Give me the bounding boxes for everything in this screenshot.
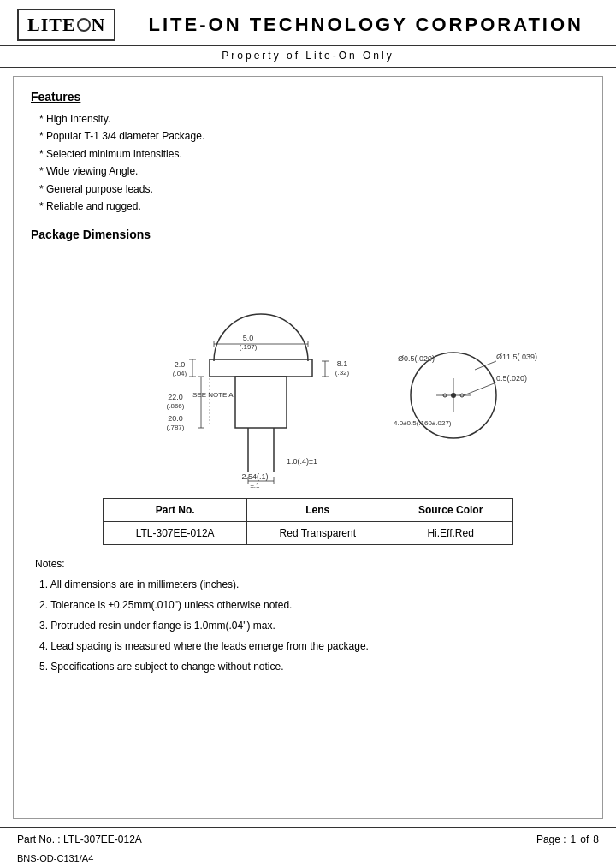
cell-lens: Red Transparent — [247, 522, 388, 545]
note-3: 3. Protruded resin under flange is 1.0mm… — [39, 615, 581, 636]
footer-partno: Part No. : LTL-307EE-012A — [17, 833, 142, 845]
header: LITEN LITE-ON TECHNOLOGY CORPORATION — [0, 0, 616, 46]
footer-bottom: BNS-OD-C131/A4 — [0, 851, 616, 866]
logo-text-left: LITE — [27, 14, 76, 36]
parts-table: Part No. Lens Source Color LTL-307EE-012… — [103, 498, 513, 545]
diagram-area: 5.0 (.197) 2.0 (.04) 8.1 (.32) SEE NOTE … — [31, 250, 585, 489]
svg-line-42 — [464, 383, 496, 395]
svg-text:2.54(.1): 2.54(.1) — [241, 472, 268, 481]
feature-item-2: * Popular T-1 3/4 diameter Package. — [39, 128, 585, 145]
features-title: Features — [31, 90, 585, 104]
feature-item-1: * High Intensity. — [39, 110, 585, 128]
col-header-partno: Part No. — [104, 499, 247, 522]
note-2: 2. Tolerance is ±0.25mm(.010") unless ot… — [39, 595, 581, 615]
package-dimensions-title: Package Dimensions — [31, 228, 585, 241]
note-1: 1. All dimensions are in millimeters (in… — [39, 574, 581, 595]
property-line: Property of Lite-On Only — [0, 46, 616, 68]
col-header-lens: Lens — [247, 499, 388, 522]
note-4: 4. Lead spacing is measured where the le… — [39, 636, 581, 656]
table-row: LTL-307EE-012A Red Transparent Hi.Eff.Re… — [104, 522, 513, 545]
doc-number: BNS-OD-C131/A4 — [17, 853, 93, 863]
footer: Part No. : LTL-307EE-012A Page : 1 of 8 — [0, 827, 616, 851]
feature-item-3: * Selected minimum intensities. — [39, 145, 585, 163]
notes-list: 1. All dimensions are in millimeters (in… — [35, 574, 581, 677]
total-pages: 8 — [593, 833, 599, 845]
svg-text:0.5(.020): 0.5(.020) — [496, 374, 527, 383]
logo-text-right: N — [92, 14, 106, 36]
cell-sourcecolor: Hi.Eff.Red — [388, 522, 513, 545]
svg-text:5.0: 5.0 — [243, 334, 254, 342]
company-title: LITE-ON TECHNOLOGY CORPORATION — [141, 14, 590, 36]
svg-text:4.0±0.5(.160±.027): 4.0±0.5(.160±.027) — [394, 419, 452, 427]
svg-text:(.197): (.197) — [240, 343, 258, 351]
svg-text:22.0: 22.0 — [168, 393, 183, 401]
page-number: 1 — [571, 833, 577, 845]
led-diagram: 5.0 (.197) 2.0 (.04) 8.1 (.32) SEE NOTE … — [31, 250, 585, 489]
cell-partno: LTL-307EE-012A — [104, 522, 247, 545]
logo: LITEN — [17, 9, 116, 41]
main-content: Features * High Intensity. * Popular T-1… — [13, 76, 603, 819]
page-label: Page : — [536, 833, 566, 845]
svg-text:8.1: 8.1 — [337, 359, 348, 368]
svg-line-40 — [475, 361, 496, 370]
svg-text:(.866): (.866) — [167, 402, 185, 410]
svg-text:20.0: 20.0 — [168, 414, 183, 423]
logo-circle — [77, 18, 91, 32]
svg-text:(.32): (.32) — [335, 369, 350, 377]
svg-text:2.0: 2.0 — [175, 360, 186, 369]
svg-text:1.0(.4)±1: 1.0(.4)±1 — [287, 457, 317, 466]
svg-text:Ø0.5(.020): Ø0.5(.020) — [398, 354, 435, 363]
notes-section: Notes: 1. All dimensions are in millimet… — [35, 558, 581, 677]
svg-rect-0 — [210, 359, 312, 377]
svg-text:(.04): (.04) — [173, 370, 187, 377]
svg-rect-1 — [235, 377, 287, 428]
svg-text:Ø11.5(.039): Ø11.5(.039) — [496, 353, 537, 361]
table-header-row: Part No. Lens Source Color — [104, 499, 513, 522]
svg-text:SEE NOTE A: SEE NOTE A — [192, 391, 234, 399]
feature-item-5: * General purpose leads. — [39, 181, 585, 198]
feature-item-6: * Reliable and rugged. — [39, 198, 585, 215]
feature-item-4: * Wide viewing Angle. — [39, 163, 585, 180]
page-info: Page : 1 of 8 — [536, 833, 599, 845]
svg-text:(.787): (.787) — [167, 424, 185, 431]
features-list: * High Intensity. * Popular T-1 3/4 diam… — [39, 110, 585, 215]
svg-text:±.1: ±.1 — [250, 482, 260, 489]
notes-title: Notes: — [35, 558, 581, 570]
of-label: of — [580, 833, 589, 845]
col-header-sourcecolor: Source Color — [388, 499, 513, 522]
note-5: 5. Specifications are subject to change … — [39, 656, 581, 677]
